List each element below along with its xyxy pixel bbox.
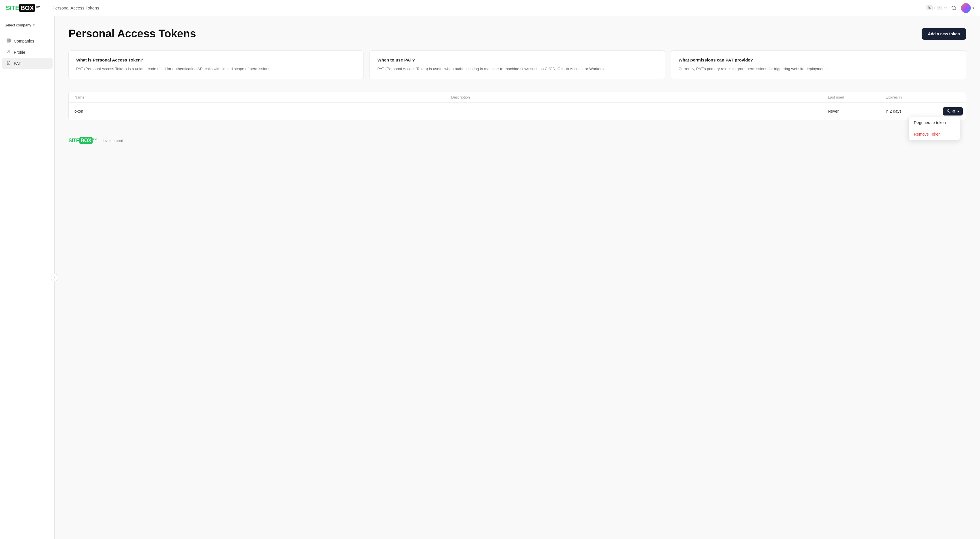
token-table: Name Description Last used Expires in ok… (68, 92, 966, 120)
sidebar-item-companies[interactable]: Companies (2, 36, 52, 46)
col-last-used: Last used (828, 95, 885, 100)
sidebar-item-profile[interactable]: Profile (2, 47, 52, 57)
page-header: Personal Access Tokens Add a new token (68, 28, 966, 40)
company-chevron-icon: ▾ (33, 23, 35, 27)
main-content: Personal Access Tokens Add a new token W… (55, 16, 980, 539)
remove-token-item[interactable]: Remove Token (909, 128, 960, 140)
sidebar-navigation: Companies Profile PAT (0, 36, 54, 69)
avatar (961, 3, 971, 13)
page-title: Personal Access Tokens (68, 28, 196, 40)
profile-icon (6, 49, 11, 55)
col-description: Description (451, 95, 828, 100)
or-text: or (943, 6, 947, 10)
logo: SITEBOX™ (6, 4, 41, 12)
info-card-permissions-title: What permissions can PAT provide? (679, 57, 958, 62)
col-expires: Expires in (885, 95, 943, 100)
avatar-chevron-icon: ▾ (972, 6, 974, 10)
col-name: Name (75, 95, 451, 100)
sidebar-companies-label: Companies (14, 39, 34, 43)
regenerate-token-item[interactable]: Regenerate token (909, 117, 960, 128)
select-company-dropdown[interactable]: Select company ▾ (0, 21, 54, 32)
user-avatar-dropdown[interactable]: ▾ (961, 3, 974, 13)
info-card-when-title: When to use PAT? (377, 57, 657, 62)
keyboard-shortcut-hint: ⌘ + K or (926, 5, 947, 10)
svg-rect-3 (8, 61, 9, 62)
table-row: okon Never in 2 days ⚙ ▾ Regen (69, 103, 966, 120)
col-actions (943, 95, 960, 100)
info-card-when: When to use PAT? PAT (Personal Access To… (369, 50, 665, 79)
info-card-permissions-body: Currently, PAT's primary role is to gran… (679, 66, 958, 72)
sidebar-item-pat[interactable]: PAT (2, 58, 52, 69)
table-header: Name Description Last used Expires in (69, 92, 966, 103)
layout: Select company ▾ Companies P (0, 16, 980, 539)
token-expires-in: in 2 days (885, 109, 943, 114)
token-dropdown-menu: Regenerate token Remove Token (908, 117, 960, 140)
sidebar-collapse-button[interactable]: ‹ (51, 274, 58, 281)
sidebar-profile-label: Profile (14, 50, 25, 55)
footer-env-label: development (102, 138, 123, 143)
token-actions-container: ⚙ ▾ Regenerate token Remove Token (943, 107, 960, 116)
companies-icon (6, 38, 11, 44)
cmd-key: ⌘ (926, 5, 932, 10)
navbar-page-title: Personal Access Tokens (52, 5, 99, 10)
navbar: SITEBOX™ Personal Access Tokens ⌘ + K or… (0, 0, 980, 16)
svg-point-0 (952, 6, 955, 10)
svg-point-2 (8, 50, 9, 52)
sidebar: Select company ▾ Companies P (0, 16, 55, 539)
footer: SITEBOX™ development (68, 138, 966, 144)
k-key: K (937, 6, 942, 10)
info-card-when-body: PAT (Personal Access Token) is useful wh… (377, 66, 657, 72)
add-token-button[interactable]: Add a new token (922, 28, 966, 40)
info-card-what: What is Personal Access Token? PAT (Pers… (68, 50, 364, 79)
sidebar-pat-label: PAT (14, 61, 21, 66)
info-card-what-title: What is Personal Access Token? (76, 57, 356, 62)
token-actions-button[interactable]: ⚙ ▾ (943, 107, 963, 116)
search-button[interactable] (950, 4, 958, 12)
token-last-used: Never (828, 109, 885, 114)
info-card-what-body: PAT (Personal Access Token) is a unique … (76, 66, 356, 72)
select-company-label: Select company (5, 23, 31, 27)
pat-icon (6, 60, 11, 66)
navbar-right: ⌘ + K or ▾ (926, 3, 974, 13)
info-cards: What is Personal Access Token? PAT (Pers… (68, 50, 966, 79)
token-name: okon (75, 109, 451, 114)
info-card-permissions: What permissions can PAT provide? Curren… (671, 50, 966, 79)
